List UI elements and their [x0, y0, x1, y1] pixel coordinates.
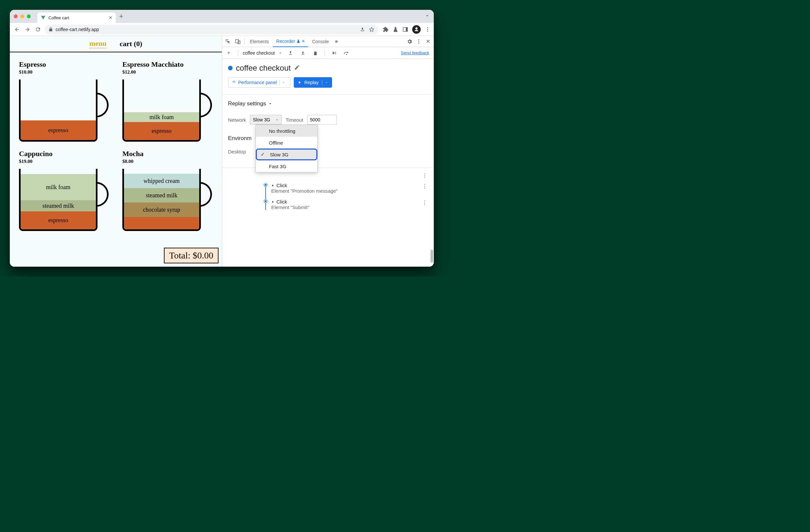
timeout-input[interactable] — [307, 115, 337, 125]
import-icon[interactable] — [298, 48, 308, 58]
vue-favicon-icon — [40, 15, 46, 20]
svg-point-10 — [346, 54, 347, 55]
nav-cart-link[interactable]: cart (0) — [120, 39, 142, 48]
network-select[interactable]: Slow 3G — [250, 115, 282, 125]
network-option[interactable]: Fast 3G — [256, 160, 317, 172]
back-button[interactable] — [13, 26, 21, 33]
minimize-window-button[interactable] — [20, 14, 24, 18]
svg-point-9 — [418, 43, 419, 44]
ingredient-layer: steamed milk — [21, 200, 96, 211]
svg-point-7 — [418, 39, 419, 40]
replay-settings-title[interactable]: Replay settings — [228, 100, 428, 107]
step-icon[interactable] — [342, 48, 351, 58]
product-card[interactable]: Cappucino$19.00milk foamsteamed milkespr… — [19, 149, 109, 231]
more-tabs-icon[interactable] — [333, 37, 342, 46]
close-devtools-icon[interactable]: ✕ — [423, 37, 433, 46]
timeout-label: Timeout — [286, 117, 303, 123]
network-option[interactable]: No throttling — [256, 125, 317, 137]
ingredient-layer: espresso — [21, 211, 96, 229]
svg-point-4 — [427, 30, 428, 31]
continue-icon[interactable] — [329, 48, 339, 58]
network-setting-row: Network Slow 3G Timeout No throttlingOff… — [228, 115, 428, 125]
replay-button[interactable]: Replay — [294, 77, 332, 88]
forward-button[interactable] — [23, 26, 31, 33]
extensions-icon[interactable] — [383, 27, 389, 32]
delete-icon[interactable] — [311, 48, 320, 58]
edit-title-icon[interactable] — [294, 64, 300, 72]
replay-dropdown[interactable] — [322, 80, 328, 85]
address-bar[interactable]: coffee-cart.netlify.app — [45, 25, 378, 34]
step-menu-icon[interactable]: ⋮ — [422, 173, 427, 179]
network-option[interactable]: Offline — [256, 137, 317, 148]
browser-menu-icon[interactable] — [425, 27, 431, 32]
lock-icon — [48, 27, 53, 32]
side-panel-icon[interactable] — [402, 27, 408, 32]
recorder-toolbar: ＋ coffee checkout Send feedback — [222, 47, 434, 59]
inspect-element-icon[interactable] — [224, 37, 232, 46]
steps-area: ⋮ Click Element "Promotion message" ⋮ Cl… — [222, 167, 434, 213]
traffic-lights — [14, 14, 31, 18]
devtools-menu-icon[interactable] — [414, 37, 423, 46]
cup-handle — [96, 93, 109, 117]
share-icon[interactable] — [360, 27, 365, 32]
profile-avatar[interactable] — [412, 25, 421, 34]
cup-graphic: whipped creamsteamed milkchocolate syrup — [122, 169, 201, 231]
svg-point-2 — [427, 27, 428, 28]
product-name: Mocha — [122, 149, 213, 158]
step-menu-icon[interactable]: ⋮ — [422, 199, 427, 206]
settings-gear-icon[interactable] — [405, 37, 414, 46]
new-tab-button[interactable]: + — [119, 12, 123, 21]
svg-point-3 — [427, 29, 428, 30]
step-row[interactable]: Click Element "Promotion message" ⋮ — [222, 180, 434, 196]
tab-list-dropdown-icon[interactable] — [425, 13, 430, 20]
product-card[interactable]: Espresso$10.00espresso — [19, 60, 109, 142]
total-box[interactable]: Total: $0.00 — [164, 248, 218, 263]
product-card[interactable]: Espresso Macchiato$12.00milk foamespress… — [122, 60, 213, 142]
page-nav: menu cart (0) — [10, 36, 222, 52]
device-mode-icon[interactable] — [233, 37, 242, 46]
tab-recorder[interactable]: Recorder ✕ — [273, 36, 308, 47]
product-price: $19.00 — [19, 159, 109, 164]
cup-handle — [199, 93, 212, 117]
scrollbar-thumb[interactable] — [431, 249, 433, 263]
bookmark-star-icon[interactable] — [369, 27, 374, 32]
page-content: menu cart (0) Espresso$10.00espressoEspr… — [10, 36, 222, 267]
maximize-window-button[interactable] — [27, 14, 31, 18]
product-card[interactable]: Mocha$8.00whipped creamsteamed milkchoco… — [122, 149, 213, 231]
recording-status-dot — [228, 66, 232, 70]
product-price: $8.00 — [122, 159, 213, 164]
browser-tab[interactable]: Coffee cart ✕ — [37, 13, 116, 23]
tab-elements[interactable]: Elements — [247, 36, 272, 47]
product-name: Espresso — [19, 60, 109, 69]
toolbar-actions — [383, 25, 431, 34]
step-menu-icon[interactable]: ⋮ — [422, 183, 427, 190]
perf-panel-dropdown[interactable] — [279, 80, 287, 85]
svg-rect-1 — [406, 28, 408, 31]
new-recording-button[interactable]: ＋ — [224, 48, 233, 58]
cup-graphic: milk foamsteamed milkespresso — [19, 169, 97, 231]
performance-panel-button[interactable]: Performance panel — [228, 77, 291, 88]
ingredient-layer: chocolate syrup — [124, 203, 199, 217]
ingredient-layer: milk foam — [124, 112, 199, 122]
chevron-down-icon[interactable] — [278, 51, 283, 55]
browser-window: Coffee cart ✕ + coffee-cart.netlify.app — [10, 10, 434, 267]
ingredient-layer: espresso — [124, 122, 199, 140]
network-option[interactable]: ✓Slow 3G — [256, 148, 317, 160]
close-tab-icon[interactable]: ✕ — [109, 15, 113, 20]
tab-console[interactable]: Console — [309, 36, 332, 47]
tab-title: Coffee cart — [48, 15, 69, 20]
step-row[interactable]: Click Element "Submit" ⋮ — [222, 196, 434, 213]
send-feedback-link[interactable]: Send feedback — [401, 50, 432, 55]
export-icon[interactable] — [286, 48, 295, 58]
close-window-button[interactable] — [14, 14, 18, 18]
labs-flask-icon[interactable] — [392, 27, 399, 32]
reload-button[interactable] — [34, 26, 42, 33]
ingredient-layer: milk foam — [21, 174, 96, 200]
check-icon: ✓ — [261, 151, 265, 157]
nav-menu-link[interactable]: menu — [89, 39, 107, 48]
close-icon[interactable]: ✕ — [302, 39, 305, 44]
play-icon — [298, 80, 302, 84]
flask-icon — [296, 39, 300, 43]
recording-selector[interactable]: coffee checkout — [243, 50, 275, 55]
product-name: Espresso Macchiato — [122, 60, 213, 69]
